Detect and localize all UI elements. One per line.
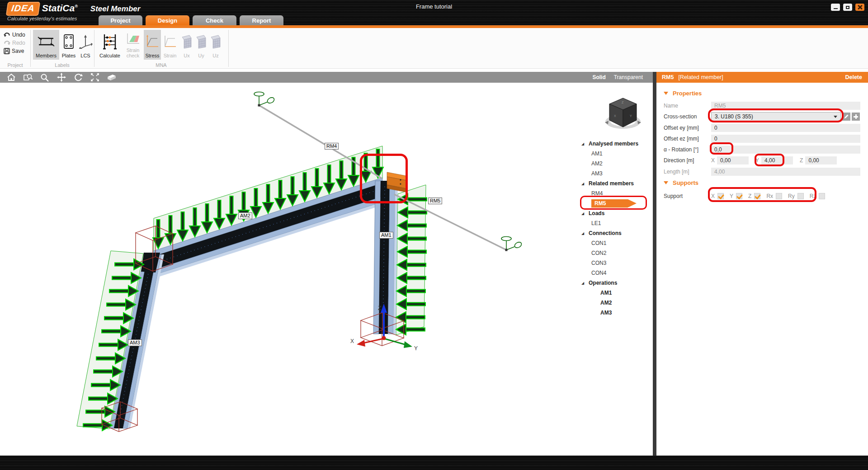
tree-item-con3[interactable]: CON3 <box>581 258 653 268</box>
viewport-3d[interactable]: X Y Z RM4 RM5 AM2 AM1 AM3 Z X Y <box>0 83 653 456</box>
zoom-window-icon[interactable] <box>23 73 33 82</box>
tree-item-op-am1[interactable]: AM1 <box>581 288 653 298</box>
checkbox-rz[interactable] <box>819 193 825 199</box>
collapse-icon: ◢ <box>581 231 589 235</box>
ux-icon <box>180 30 193 53</box>
collapse-icon: ◢ <box>581 281 589 285</box>
dof-label: Ry <box>788 193 795 199</box>
direction-x-field[interactable]: 0,00 <box>717 156 749 164</box>
section-supports[interactable]: Supports <box>664 179 698 186</box>
strain-check-icon <box>126 30 140 47</box>
direction-z-field[interactable]: 0,00 <box>805 156 837 164</box>
checkbox-x[interactable] <box>717 193 724 199</box>
delete-button[interactable]: Delete <box>845 74 862 80</box>
direction-y-field[interactable]: 4,00 <box>761 156 793 164</box>
strain-check-button[interactable]: Strain check <box>123 30 143 60</box>
tree-group-loads[interactable]: ◢Loads <box>581 208 653 218</box>
ribbon-divider <box>94 30 94 67</box>
tab-project[interactable]: Project <box>99 15 142 25</box>
plates-button[interactable]: Plates <box>60 30 77 60</box>
checkbox-z[interactable] <box>754 193 760 199</box>
lcs-button[interactable]: LCS <box>77 30 94 60</box>
tab-design[interactable]: Design <box>146 15 189 25</box>
dof-label: Z <box>748 193 751 199</box>
stress-icon <box>146 30 159 53</box>
tree-item-am3[interactable]: AM3 <box>581 169 653 179</box>
support-dof-ry: Ry <box>788 193 804 199</box>
tree-group-connections[interactable]: ◢Connections <box>581 228 653 238</box>
zoom-fit-icon[interactable] <box>90 73 100 82</box>
length-field: 4,00 <box>711 168 860 176</box>
member-label-am2[interactable]: AM2 <box>238 212 252 219</box>
panel-divider[interactable] <box>653 72 656 456</box>
checkbox-rx[interactable] <box>776 193 782 199</box>
zoom-icon[interactable] <box>39 73 50 82</box>
member-label-am3[interactable]: AM3 <box>128 339 142 346</box>
maximize-button[interactable] <box>843 4 852 11</box>
tab-report[interactable]: Report <box>240 15 283 25</box>
tagline: Calculate yesterday's estimates <box>7 16 77 21</box>
ribbon-group-project: Undo Redo Save <box>1 31 25 55</box>
save-button[interactable]: Save <box>1 47 25 55</box>
direction-x-label: X <box>711 157 715 164</box>
ux-button[interactable]: Ux <box>180 30 193 60</box>
edit-cross-section-button[interactable] <box>842 113 850 121</box>
tab-check[interactable]: Check <box>193 15 236 25</box>
home-view-icon[interactable] <box>6 73 17 82</box>
redo-button[interactable]: Redo <box>1 39 25 47</box>
checkbox-ry[interactable] <box>797 193 804 199</box>
solid-mode-button[interactable]: Solid <box>592 74 605 80</box>
tree-item-op-am2[interactable]: AM2 <box>581 298 653 308</box>
property-label: Cross-section <box>664 113 711 120</box>
member-label-rm5[interactable]: RM5 <box>428 197 442 204</box>
redo-label: Redo <box>12 40 25 46</box>
plates-icon <box>63 30 75 53</box>
pan-icon[interactable] <box>56 73 67 82</box>
member-label-rm4[interactable]: RM4 <box>325 143 339 150</box>
members-icon <box>37 30 55 53</box>
section-properties[interactable]: Properties <box>664 90 702 97</box>
collapse-icon: ◢ <box>581 182 589 186</box>
dof-label: X <box>711 193 715 199</box>
add-cross-section-button[interactable] <box>852 113 860 121</box>
offset-ey-field[interactable]: 0 <box>711 124 860 132</box>
cube-y-label: Y <box>630 114 632 118</box>
strain-button[interactable]: Strain <box>162 30 178 60</box>
tree-item-con1[interactable]: CON1 <box>581 238 653 248</box>
close-button[interactable] <box>855 4 864 11</box>
members-button[interactable]: Members <box>33 30 59 60</box>
calculate-button[interactable]: Calculate <box>98 30 122 60</box>
tree-item-con2[interactable]: CON2 <box>581 248 653 258</box>
transparent-mode-button[interactable]: Transparent <box>614 74 643 80</box>
solid-view-icon[interactable] <box>106 73 117 82</box>
tree-group-related-members[interactable]: ◢Related members <box>581 179 653 188</box>
tree-item-con4[interactable]: CON4 <box>581 268 653 278</box>
members-label: Members <box>36 53 57 58</box>
tree-group-analysed-members[interactable]: ◢Analysed members <box>581 139 653 149</box>
uy-button[interactable]: Uy <box>194 30 208 60</box>
navigation-cube[interactable]: Z X Y <box>604 94 642 134</box>
tree-item-op-am3[interactable]: AM3 <box>581 308 653 318</box>
name-field[interactable]: RM5 <box>711 102 860 110</box>
uz-button[interactable]: Uz <box>209 30 222 60</box>
cube-z-label: Z <box>622 101 624 104</box>
member-label-am1[interactable]: AM1 <box>379 232 393 239</box>
checkbox-y[interactable] <box>736 193 742 199</box>
rotation-field[interactable]: 0,0 <box>711 146 860 154</box>
rotate-icon[interactable] <box>73 73 84 82</box>
offset-ez-field[interactable]: 0 <box>711 135 860 143</box>
undo-button[interactable]: Undo <box>1 31 25 39</box>
direction-z-label: Z <box>800 157 803 164</box>
tree-item-rm5-selected[interactable]: RM5 <box>581 198 653 208</box>
tree-item-le1[interactable]: LE1 <box>581 218 653 228</box>
minimize-button[interactable] <box>831 4 840 11</box>
tree-item-rm4[interactable]: RM4 <box>581 188 653 198</box>
tree-group-operations[interactable]: ◢Operations <box>581 278 653 288</box>
tree-item-am1[interactable]: AM1 <box>581 149 653 159</box>
app-logo: IDEA StatiCa® Steel Member <box>7 2 140 16</box>
property-row-offset-ez: Offset ez [mm] 0 <box>664 134 860 143</box>
stress-button[interactable]: Stress <box>144 30 161 60</box>
support-dof-y: Y <box>730 193 742 199</box>
tree-item-am2[interactable]: AM2 <box>581 159 653 169</box>
cross-section-dropdown[interactable]: 3. U180 (S 355) <box>711 112 841 121</box>
